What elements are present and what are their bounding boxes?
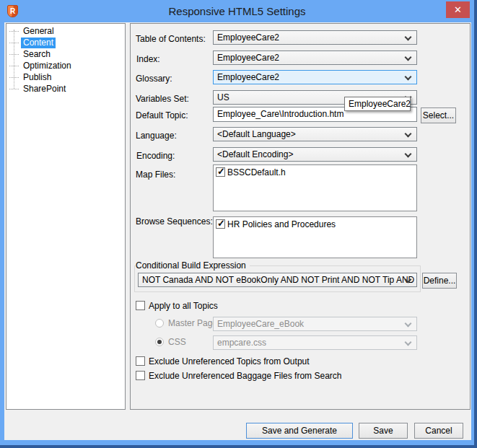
close-button[interactable]: ✕	[446, 1, 470, 18]
tree-branch-icon	[9, 54, 19, 55]
chevron-down-icon	[405, 339, 412, 346]
exclude-topics-label: Exclude Unreferenced Topics from Output	[149, 356, 310, 367]
sidebar-item-label: Search	[21, 49, 53, 60]
tooltip: EmployeeCare2	[344, 97, 411, 111]
tree-branch-icon	[9, 89, 19, 89]
window-title: Responsive HTML5 Settings	[0, 0, 474, 22]
dialog-client-area: General Content Search Optimization Publ…	[4, 22, 471, 440]
index-label: Index:	[136, 52, 160, 66]
master-page-label: Master Page	[168, 318, 217, 329]
index-combobox[interactable]: EmployeeCare2	[213, 50, 417, 65]
map-file-item[interactable]: BSSCDefault.h	[214, 165, 416, 178]
encoding-value: <Default Encoding>	[217, 149, 293, 159]
save-and-generate-button[interactable]: Save and Generate	[246, 423, 353, 439]
save-button[interactable]: Save	[359, 423, 408, 439]
sidebar-item-optimization[interactable]: Optimization	[9, 60, 74, 71]
dialog-window: R Responsive HTML5 Settings ✕ General Co…	[0, 0, 477, 448]
chevron-down-icon	[405, 131, 412, 138]
master-page-radio[interactable]	[155, 319, 164, 328]
sidebar-item-label: SharePoint	[21, 84, 68, 95]
glossary-combobox[interactable]: EmployeeCare2	[213, 70, 417, 84]
browse-sequence-name: HR Policies and Procedures	[227, 219, 336, 230]
sidebar-item-label: Optimization	[21, 61, 74, 71]
titlebar[interactable]: R Responsive HTML5 Settings ✕	[0, 0, 474, 22]
master-page-combobox[interactable]: EmployeeCare_eBook	[213, 317, 417, 331]
apply-all-topics-checkbox[interactable]	[136, 301, 145, 310]
index-value: EmployeeCare2	[217, 53, 279, 63]
map-files-listbox: BSSCDefault.h	[213, 164, 417, 211]
default-topic-label: Default Topic:	[136, 108, 188, 123]
sidebar-item-label: General	[21, 26, 56, 37]
toc-combobox[interactable]: EmployeeCare2	[213, 30, 417, 45]
tree-branch-icon	[9, 77, 19, 78]
conditional-build-legend: Conditional Build Expression	[136, 260, 250, 271]
encoding-combobox[interactable]: <Default Encoding>	[213, 147, 417, 162]
css-radio[interactable]	[155, 338, 164, 346]
sidebar-item-label: Content	[21, 38, 56, 48]
master-page-value: EmployeeCare_eBook	[217, 319, 304, 329]
exclude-baggage-label: Exclude Unreferenced Baggage Files from …	[149, 371, 341, 382]
chevron-down-icon	[405, 320, 412, 328]
sidebar-item-general[interactable]: General	[9, 25, 56, 37]
variables-set-label: Variables Set:	[136, 92, 189, 106]
browse-sequence-checkbox[interactable]	[216, 219, 225, 229]
sidebar-item-sharepoint[interactable]: SharePoint	[9, 83, 68, 95]
encoding-label: Encoding:	[136, 149, 175, 163]
map-file-name: BSSCDefault.h	[227, 167, 286, 178]
conditional-build-combobox[interactable]: NOT Canada AND NOT eBookOnly AND NOT Pri…	[138, 273, 417, 287]
css-combobox[interactable]: empcare.css	[213, 335, 417, 350]
css-value: empcare.css	[217, 338, 266, 348]
sidebar-item-publish[interactable]: Publish	[9, 71, 53, 83]
browse-sequences-label: Browse Sequences:	[136, 214, 213, 229]
language-value: <Default Language>	[217, 129, 296, 139]
browse-sequence-item[interactable]: HR Policies and Procedures	[214, 217, 416, 230]
glossary-value: EmployeeCare2	[217, 72, 279, 82]
window-border: R Responsive HTML5 Settings ✕ General Co…	[0, 0, 474, 445]
select-button[interactable]: Select...	[421, 107, 456, 123]
glossary-label: Glossary:	[136, 71, 172, 86]
sidebar-item-content[interactable]: Content	[9, 37, 56, 48]
content-settings-panel: Table of Contents: EmployeeCare2 Index: …	[130, 23, 471, 410]
toc-label: Table of Contents:	[136, 32, 206, 46]
chevron-down-icon	[405, 74, 412, 81]
settings-nav-tree: General Content Search Optimization Publ…	[6, 23, 126, 410]
chevron-down-icon	[405, 54, 412, 61]
map-file-checkbox[interactable]	[216, 167, 225, 177]
map-files-label: Map Files:	[136, 167, 175, 182]
exclude-baggage-checkbox[interactable]	[136, 371, 145, 380]
apply-all-topics-label: Apply to all Topics	[149, 301, 218, 312]
tree-branch-icon	[9, 66, 19, 66]
cancel-button[interactable]: Cancel	[414, 423, 463, 439]
sidebar-item-search[interactable]: Search	[9, 48, 53, 60]
language-combobox[interactable]: <Default Language>	[213, 127, 417, 141]
language-label: Language:	[136, 128, 177, 143]
tree-branch-icon	[9, 31, 19, 32]
chevron-down-icon	[405, 34, 412, 41]
sidebar-item-label: Publish	[21, 72, 53, 83]
exclude-topics-checkbox[interactable]	[136, 356, 145, 366]
define-button[interactable]: Define...	[422, 273, 457, 289]
toc-value: EmployeeCare2	[217, 32, 279, 43]
tree-branch-icon	[9, 43, 19, 43]
chevron-down-icon	[405, 151, 412, 158]
variables-set-value: US	[217, 92, 229, 102]
browse-sequences-listbox: HR Policies and Procedures	[213, 216, 417, 258]
conditional-build-value: NOT Canada AND NOT eBookOnly AND NOT Pri…	[142, 275, 417, 285]
css-label: CSS	[168, 337, 186, 348]
